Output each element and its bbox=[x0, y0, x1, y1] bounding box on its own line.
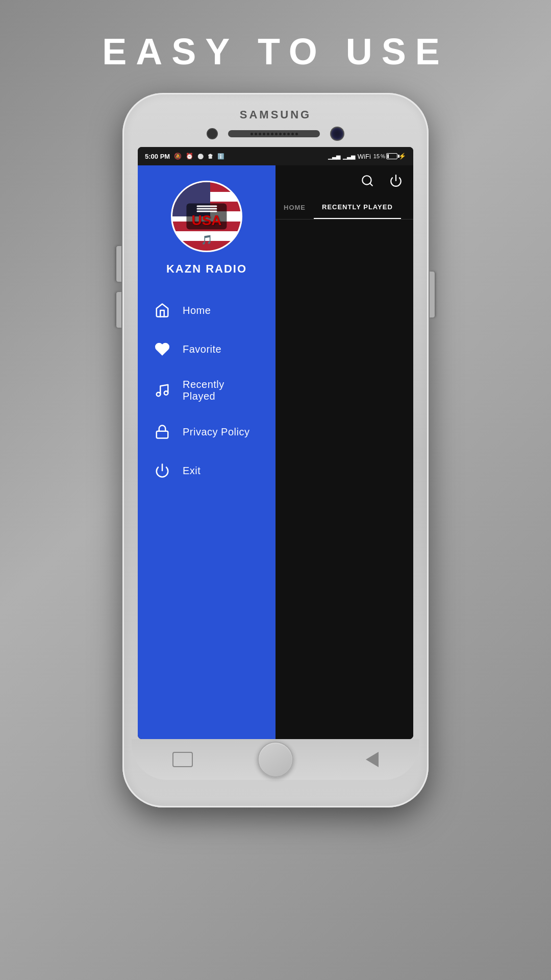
nav-item-exit[interactable]: Exit bbox=[138, 451, 276, 490]
trash-icon: 🗑 bbox=[208, 153, 213, 159]
music-note-icon bbox=[153, 381, 171, 400]
phone-screen: 5:00 PM 🔕 ⏰ ⚪ 🗑 ℹ️ ▁▃▅ ▁▃▅ WiFi 15 % bbox=[138, 147, 413, 739]
nav-item-recently-played[interactable]: Recently Played bbox=[138, 369, 276, 412]
svg-rect-2 bbox=[157, 431, 168, 438]
nav-item-home[interactable]: Home bbox=[138, 291, 276, 330]
nav-list: Home Favorite bbox=[138, 291, 276, 490]
exit-label: Exit bbox=[183, 465, 201, 477]
nav-item-privacy-policy[interactable]: Privacy Policy bbox=[138, 412, 276, 451]
power-toolbar-button[interactable] bbox=[387, 172, 405, 190]
battery-icon bbox=[386, 153, 397, 159]
heart-icon bbox=[153, 340, 171, 358]
home-hardware-button[interactable] bbox=[258, 742, 293, 777]
status-right-icons: ▁▃▅ ▁▃▅ WiFi 15 % ⚡ bbox=[328, 153, 406, 160]
usa-flag-background: USA 🎵 bbox=[172, 182, 241, 251]
phone-bottom-bar bbox=[132, 739, 419, 780]
front-camera-icon bbox=[330, 127, 344, 141]
lock-icon bbox=[153, 423, 171, 441]
app-logo: USA 🎵 bbox=[171, 181, 242, 252]
main-content-area bbox=[276, 219, 413, 739]
alarm-icon: ⏰ bbox=[186, 153, 193, 160]
samsung-brand: SAMSUNG bbox=[240, 108, 311, 121]
app-content: USA 🎵 KAZN RADIO bbox=[138, 165, 413, 739]
svg-point-1 bbox=[164, 391, 168, 395]
usa-label-text: USA bbox=[191, 213, 221, 228]
page-headline: EASY TO USE bbox=[102, 31, 449, 72]
search-toolbar-button[interactable] bbox=[358, 172, 377, 190]
signal2-icon: ▁▃▅ bbox=[343, 153, 355, 160]
charging-icon: ⚡ bbox=[398, 153, 406, 160]
battery-percent: 15 bbox=[373, 153, 380, 159]
home-icon bbox=[153, 301, 171, 320]
status-time: 5:00 PM bbox=[145, 153, 170, 160]
svg-point-0 bbox=[157, 393, 161, 397]
status-bar: 5:00 PM 🔕 ⏰ ⚪ 🗑 ℹ️ ▁▃▅ ▁▃▅ WiFi 15 % bbox=[138, 147, 413, 165]
app-name: KAZN RADIO bbox=[166, 262, 247, 276]
signal-icon: ▁▃▅ bbox=[328, 153, 340, 160]
volume-up-button[interactable] bbox=[116, 246, 121, 282]
recents-button[interactable] bbox=[366, 752, 379, 767]
front-sensor-icon bbox=[207, 128, 218, 139]
right-panel: HOME RECENTLY PLAYED bbox=[276, 165, 413, 739]
navigation-drawer: USA 🎵 KAZN RADIO bbox=[138, 165, 276, 739]
back-button[interactable] bbox=[172, 752, 193, 767]
recently-played-label: Recently Played bbox=[183, 379, 260, 402]
circle-icon: ⚪ bbox=[197, 154, 204, 159]
tab-home[interactable]: HOME bbox=[276, 196, 314, 219]
earpiece-speaker bbox=[228, 130, 320, 137]
silent-mode-icon: 🔕 bbox=[174, 153, 182, 160]
tab-bar: HOME RECENTLY PLAYED bbox=[276, 196, 413, 219]
power-icon bbox=[153, 461, 171, 480]
volume-down-button[interactable] bbox=[116, 292, 121, 328]
battery-indicator: 15 % ⚡ bbox=[373, 153, 406, 160]
privacy-policy-label: Privacy Policy bbox=[183, 426, 249, 438]
usa-radio-overlay: USA bbox=[186, 204, 227, 230]
phone-shell: SAMSUNG 5:00 PM 🔕 ⏰ bbox=[122, 93, 429, 807]
phone-top-bar bbox=[132, 127, 419, 141]
music-notes-decoration: 🎵 bbox=[201, 234, 212, 246]
info-icon: ℹ️ bbox=[217, 153, 224, 160]
home-label: Home bbox=[183, 305, 211, 316]
nav-item-favorite[interactable]: Favorite bbox=[138, 330, 276, 369]
power-side-button[interactable] bbox=[430, 272, 435, 317]
favorite-label: Favorite bbox=[183, 344, 221, 355]
wifi-icon: WiFi bbox=[358, 153, 371, 160]
tab-recently-played[interactable]: RECENTLY PLAYED bbox=[314, 196, 401, 219]
top-toolbar bbox=[276, 165, 413, 196]
svg-line-5 bbox=[370, 183, 372, 186]
